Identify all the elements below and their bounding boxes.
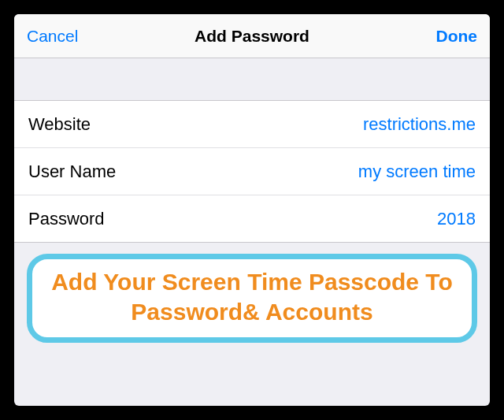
navbar: Cancel Add Password Done	[14, 14, 490, 58]
username-label: User Name	[28, 162, 116, 182]
website-row: Website	[14, 101, 490, 148]
username-row: User Name	[14, 148, 490, 195]
instruction-callout: Add Your Screen Time Passcode To Passwor…	[27, 254, 477, 343]
done-button[interactable]: Done	[414, 27, 477, 46]
password-input[interactable]	[120, 209, 476, 229]
website-input[interactable]	[106, 114, 476, 135]
page-title: Add Password	[90, 27, 414, 46]
password-label: Password	[28, 209, 105, 229]
add-password-screen: Cancel Add Password Done Website User Na…	[14, 14, 490, 406]
section-spacer	[14, 58, 490, 101]
website-label: Website	[28, 114, 91, 135]
password-form: Website User Name Password	[14, 101, 490, 243]
callout-text: Add Your Screen Time Passcode To Passwor…	[51, 267, 453, 326]
password-row: Password	[14, 195, 490, 243]
cancel-button[interactable]: Cancel	[27, 27, 90, 46]
callout-container: Add Your Screen Time Passcode To Passwor…	[14, 243, 490, 343]
username-input[interactable]	[132, 162, 476, 182]
